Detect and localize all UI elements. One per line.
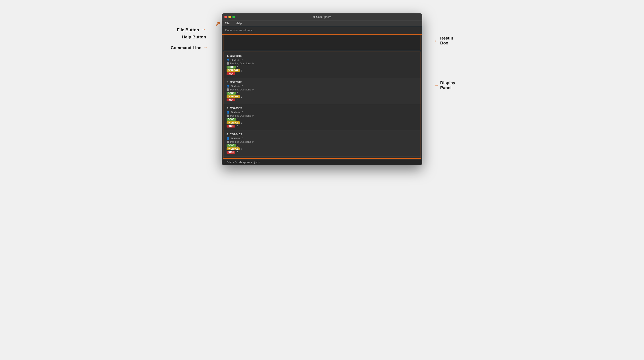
pending-label: Pending Questions: 0: [230, 88, 254, 91]
file-menu[interactable]: File: [224, 21, 231, 26]
average-count: 0: [241, 148, 242, 150]
poor-badge-row: POOR 0: [226, 151, 418, 154]
course-name: 4. CS2040S: [226, 133, 418, 136]
good-badge-row: GOOD 0: [226, 144, 418, 147]
good-badge: GOOD: [226, 118, 236, 121]
average-badge: AVERAGE: [226, 69, 240, 72]
list-item[interactable]: 5. CS2100 👤 Students: 0 ⬤ Pending Questi…: [224, 156, 420, 159]
badges-container: GOOD 3 AVERAGE 1 POOR 2: [226, 66, 418, 75]
poor-count: 0: [236, 99, 238, 101]
status-bar: ./data/codesphere.json: [222, 160, 422, 165]
command-line-wrapper: [222, 26, 422, 35]
good-count: 0: [237, 92, 238, 95]
poor-badge: POOR: [226, 72, 235, 75]
command-line-input[interactable]: [224, 27, 420, 33]
minimize-button[interactable]: [228, 16, 231, 18]
command-line-annotation: Command Line →: [162, 45, 208, 51]
pending-meta: ⬤ Pending Questions: 0: [226, 88, 418, 91]
poor-badge: POOR: [226, 125, 235, 127]
file-button-annotation: File Button →: [162, 27, 206, 33]
average-count: 0: [241, 95, 242, 98]
students-label: Students: 0: [230, 137, 243, 140]
students-meta: 👤 Students: 0: [226, 111, 418, 114]
window-controls: [224, 16, 235, 18]
title-bar: ⌘ CodeSphere: [222, 14, 422, 21]
students-label: Students: 0: [230, 111, 243, 114]
average-badge: AVERAGE: [226, 147, 240, 150]
pending-icon: ⬤: [226, 140, 229, 143]
pending-label: Pending Questions: 0: [230, 140, 254, 143]
list-item[interactable]: 1. CS1101S 👤 Students: 6 ⬤ Pending Quest…: [224, 52, 420, 78]
good-badge-row: GOOD 3: [226, 66, 418, 69]
students-meta: 👤 Students: 0: [226, 137, 418, 140]
poor-badge: POOR: [226, 151, 235, 154]
good-count: 3: [237, 66, 238, 69]
app-title: ⌘ CodeSphere: [313, 16, 331, 19]
average-badge-row: AVERAGE 1: [226, 69, 418, 72]
poor-badge: POOR: [226, 98, 235, 101]
badges-container: GOOD 0 AVERAGE 0 POOR 0: [226, 144, 418, 154]
course-name: 1. CS1101S: [226, 54, 418, 58]
maximize-button[interactable]: [232, 16, 235, 18]
app-window: ⌘ CodeSphere File Help 1. CS1101S 👤 Stud…: [222, 14, 422, 165]
students-label: Students: 6: [230, 59, 243, 61]
students-icon: 👤: [226, 137, 230, 140]
good-badge: GOOD: [226, 66, 236, 69]
average-count: 1: [241, 69, 242, 72]
pending-icon: ⬤: [226, 88, 229, 91]
list-item[interactable]: 3. CS2030S 👤 Students: 0 ⬤ Pending Quest…: [224, 104, 420, 130]
help-arrow-icon: ↗: [215, 20, 220, 28]
poor-badge-row: POOR 0: [226, 98, 418, 101]
pending-icon: ⬤: [226, 114, 229, 117]
good-badge: GOOD: [226, 92, 236, 95]
students-label: Students: 0: [230, 85, 243, 88]
average-badge: AVERAGE: [226, 95, 240, 98]
students-meta: 👤 Students: 0: [226, 85, 418, 88]
students-icon: 👤: [226, 59, 230, 61]
good-badge-row: GOOD 0: [226, 118, 418, 121]
good-count: 0: [237, 144, 238, 147]
pending-label: Pending Questions: 0: [230, 114, 254, 117]
help-button-annotation: Help Button: [162, 35, 206, 40]
poor-count: 0: [236, 151, 238, 154]
result-box-annotation: ← ResultBox: [434, 36, 453, 46]
good-count: 0: [237, 118, 238, 121]
display-panel-annotation: ← DisplayPanel: [434, 80, 455, 90]
menu-bar: File Help: [222, 21, 422, 26]
good-badge-row: GOOD 0: [226, 92, 418, 95]
students-icon: 👤: [226, 111, 230, 114]
average-count: 0: [241, 121, 242, 124]
badges-container: GOOD 0 AVERAGE 0 POOR 0: [226, 92, 418, 101]
course-name: 2. CS1231S: [226, 80, 418, 84]
average-badge-row: AVERAGE 0: [226, 95, 418, 98]
badges-container: GOOD 0 AVERAGE 0 POOR 0: [226, 118, 418, 127]
list-item[interactable]: 2. CS1231S 👤 Students: 0 ⬤ Pending Quest…: [224, 78, 420, 104]
pending-meta: ⬤ Pending Questions: 0: [226, 62, 418, 65]
pending-meta: ⬤ Pending Questions: 0: [226, 140, 418, 143]
poor-badge-row: POOR 2: [226, 72, 418, 75]
pending-icon: ⬤: [226, 62, 229, 65]
pending-meta: ⬤ Pending Questions: 0: [226, 114, 418, 117]
students-meta: 👤 Students: 6: [226, 59, 418, 61]
pending-label: Pending Questions: 0: [230, 62, 254, 65]
poor-count: 2: [236, 73, 238, 75]
poor-count: 0: [236, 125, 238, 127]
average-badge-row: AVERAGE 0: [226, 147, 418, 150]
course-name: 3. CS2030S: [226, 107, 418, 110]
help-menu[interactable]: Help: [234, 21, 243, 26]
good-badge: GOOD: [226, 144, 236, 147]
result-box: [223, 35, 421, 50]
display-panel[interactable]: 1. CS1101S 👤 Students: 6 ⬤ Pending Quest…: [223, 52, 421, 159]
average-badge: AVERAGE: [226, 121, 240, 124]
poor-badge-row: POOR 0: [226, 125, 418, 127]
list-item[interactable]: 4. CS2040S 👤 Students: 0 ⬤ Pending Quest…: [224, 130, 420, 156]
students-icon: 👤: [226, 85, 230, 88]
close-button[interactable]: [224, 16, 227, 18]
average-badge-row: AVERAGE 0: [226, 121, 418, 124]
